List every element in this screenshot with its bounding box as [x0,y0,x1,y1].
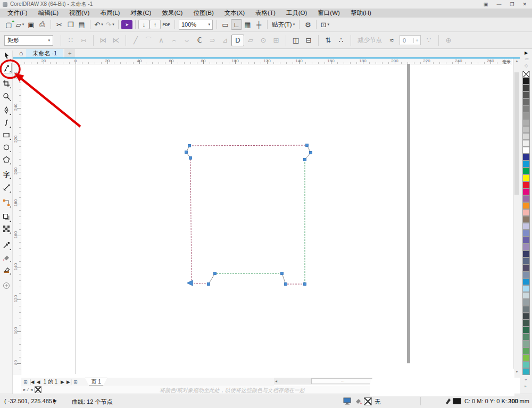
last-page-icon[interactable]: ▶ [66,379,71,385]
fill-none-swatch[interactable] [364,397,372,405]
options-button[interactable]: ⚙ [302,19,313,30]
color-swatch[interactable] [522,244,530,251]
document-tab[interactable]: 未命名 -1 [26,49,63,57]
shape-tool[interactable] [1,63,12,73]
extend-curve-icon[interactable]: ⊃ [206,35,219,46]
transparency-tool[interactable] [1,223,12,234]
chevron-down-icon[interactable]: ▾ [208,22,210,27]
menu-item-1[interactable]: 编辑(E) [33,9,64,18]
crop-tool[interactable] [1,78,12,89]
menu-item-5[interactable]: 效果(C) [156,9,188,18]
color-swatch[interactable] [522,91,530,98]
close-curve-icon[interactable]: D [231,35,244,46]
color-swatch[interactable] [522,230,530,237]
cut-button[interactable]: ✂ [54,19,65,30]
drawing-canvas[interactable] [21,64,513,378]
color-swatch[interactable] [522,334,530,340]
artistic-media-tool[interactable] [1,118,12,128]
reflect-horizontal-icon[interactable]: ◫ [289,35,302,46]
no-color-swatch[interactable] [522,71,530,78]
document-color-settings-icon[interactable] [343,397,351,405]
menu-item-0[interactable]: 文件(F) [2,9,33,18]
color-swatch[interactable] [522,119,530,126]
first-page-icon[interactable]: ◀ [30,379,35,385]
flyout-arrow-icon[interactable]: ▸ [23,387,26,392]
color-swatch[interactable] [522,85,530,91]
color-swatch[interactable] [522,347,530,354]
spin-up-icon[interactable]: + [413,38,420,43]
drop-shadow-tool[interactable] [1,212,12,222]
eyedropper-mini-icon[interactable]: ∕ [28,387,28,392]
paste-button[interactable]: ▤ [76,19,87,30]
chevron-down-icon[interactable]: ▾ [22,22,24,27]
reduce-nodes-button[interactable]: 减少节点 [354,36,385,44]
cusp-node-icon[interactable]: ∧ [155,35,168,46]
new-document-button[interactable]: ▢+ [3,19,14,30]
curve-node[interactable] [188,145,191,147]
outline-pen-icon[interactable] [445,397,452,405]
curve-node[interactable] [281,272,284,275]
color-swatch[interactable] [522,313,530,320]
reflect-vertical-icon[interactable]: ⊟ [302,35,315,46]
color-swatch[interactable] [522,292,530,299]
smoothness-input[interactable]: 0+ [400,35,421,45]
color-swatch[interactable] [522,147,530,154]
next-page-icon[interactable]: ▶ [61,379,64,385]
color-swatch[interactable] [522,168,530,174]
palette-flyout-icon[interactable]: ▶ [525,51,528,55]
curve-node[interactable] [285,283,287,286]
show-guidelines-button[interactable]: ┼ [253,19,264,30]
color-swatch[interactable] [522,78,530,85]
curve-segment[interactable] [189,145,307,146]
undo-button[interactable]: ↶▾ [93,19,104,30]
hscroll-thumb[interactable]: ⋯ [311,378,374,384]
reverse-direction-icon[interactable]: ℂ [193,35,206,46]
break-nodes-icon[interactable]: ⋉ [110,35,122,46]
home-icon[interactable]: ⌂ [19,49,23,57]
curve-node[interactable] [306,144,309,147]
color-swatch[interactable] [522,327,530,334]
smooth-node-icon[interactable]: ⌢ [168,35,180,46]
publish-pdf-button[interactable]: PDF [161,19,172,30]
color-swatch[interactable] [522,98,530,105]
connector-tool[interactable] [1,197,12,208]
menu-item-11[interactable]: 帮助(H) [345,9,377,18]
color-swatch[interactable] [522,195,530,202]
save-button[interactable]: ▣ [26,19,37,30]
snap-node-icon[interactable]: ∵ [422,35,435,46]
scroll-down-icon[interactable]: ▼ [515,370,519,373]
smart-fill-tool[interactable] [1,264,12,275]
chevron-down-icon[interactable]: ▾ [327,22,329,27]
curve-segment[interactable] [209,273,215,284]
ellipse-tool[interactable] [1,142,12,153]
curve-segment[interactable] [190,158,192,283]
menu-item-2[interactable]: 视图(V) [64,9,95,18]
minimize-button[interactable]: — [496,2,501,7]
add-node-icon[interactable]: ∷ [64,35,77,46]
text-tool[interactable]: 字 [1,169,12,179]
parallel-dimension-tool[interactable] [1,182,12,193]
curve-node[interactable] [214,272,217,275]
symmetric-node-icon[interactable]: ⌣ [180,35,193,46]
color-swatch[interactable] [522,368,530,375]
menu-item-9[interactable]: 工具(O) [281,9,313,18]
stretch-nodes-icon[interactable]: ▱ [244,35,257,46]
target-icon[interactable]: ⊕ [442,35,455,46]
rectangle-tool[interactable] [1,130,12,140]
chevron-down-icon[interactable]: ▾ [112,22,114,27]
page-tab[interactable]: 页 1 [85,378,107,386]
outline-color-swatch[interactable] [453,398,461,404]
color-swatch[interactable] [522,174,530,181]
vscroll-thumb[interactable] [514,72,519,195]
application-launcher-button[interactable]: ⊡▾ [319,19,330,30]
print-button[interactable]: ⎙ [37,19,48,30]
open-button[interactable]: ▱▾ [14,19,26,30]
zoom-level-combo[interactable]: 100%▾ [179,20,213,30]
color-swatch[interactable] [522,285,530,292]
color-swatch[interactable] [522,264,530,271]
curve-node[interactable] [185,151,188,154]
color-swatch[interactable] [522,202,530,209]
scroll-up-icon[interactable]: ▲ [515,59,519,63]
export-button[interactable]: ↑ [149,20,161,29]
curve-segment[interactable] [282,273,286,284]
